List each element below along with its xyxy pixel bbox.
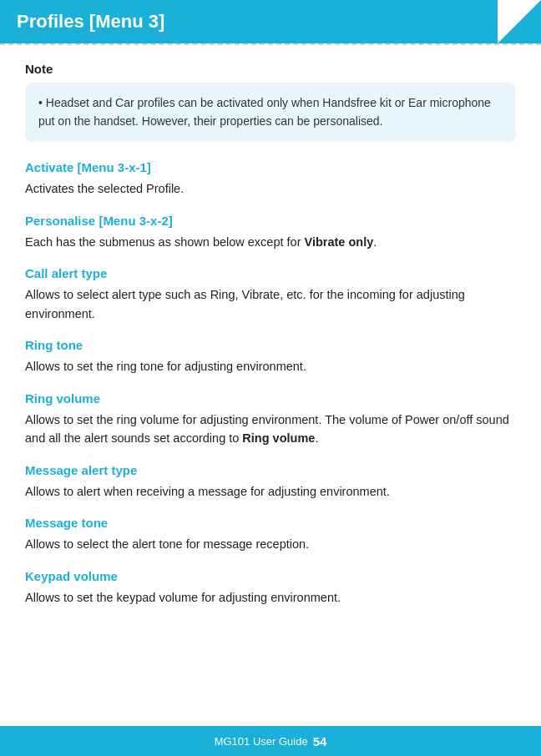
section-body-ring-tone: Allows to set the ring tone for adjustin…: [25, 357, 516, 375]
note-box: • Headset and Car profiles can be activa…: [25, 83, 516, 142]
section-body-call-alert-type: Allows to select alert type such as Ring…: [25, 285, 516, 323]
section-heading-call-alert-type: Call alert type: [25, 266, 516, 280]
note-label: Note: [25, 62, 516, 76]
section-body-message-tone: Allows to select the alert tone for mess…: [25, 535, 516, 553]
section-heading-message-tone: Message tone: [25, 516, 516, 530]
section-heading-message-alert-type: Message alert type: [25, 463, 516, 477]
section-heading-keypad-volume: Keypad volume: [25, 569, 516, 583]
section-body-personalise: Each has the submenus as shown below exc…: [25, 233, 516, 251]
top-bar-corner-decoration: [498, 0, 541, 43]
section-heading-ring-tone: Ring tone: [25, 338, 516, 352]
section-heading-personalise: Personalise [Menu 3-x-2]: [25, 214, 516, 228]
section-heading-ring-volume: Ring volume: [25, 391, 516, 406]
footer-page: 54: [313, 734, 327, 748]
section-body-activate: Activates the selected Profile.: [25, 179, 516, 198]
footer-label: MG101 User Guide: [215, 735, 308, 748]
personalise-text-before: Each has the submenus as shown below exc…: [25, 235, 305, 249]
section-body-message-alert-type: Allows to alert when receiving a message…: [25, 482, 516, 501]
note-text: • Headset and Car profiles can be activa…: [38, 96, 491, 128]
ring-volume-text-after: .: [315, 431, 318, 445]
page-title: Profiles [Menu 3]: [17, 11, 164, 33]
section-body-ring-volume: Allows to set the ring volume for adjust…: [25, 411, 516, 448]
ring-volume-bold: Ring volume: [242, 431, 315, 445]
top-bar: Profiles [Menu 3]: [0, 0, 541, 43]
personalise-text-after: .: [373, 235, 377, 249]
section-body-keypad-volume: Allows to set the keypad volume for adju…: [25, 588, 516, 607]
footer-bar: MG101 User Guide 54: [0, 726, 541, 756]
section-heading-activate: Activate [Menu 3-x-1]: [25, 160, 516, 174]
personalise-bold: Vibrate only: [305, 235, 374, 249]
main-content: Note • Headset and Car profiles can be a…: [0, 45, 541, 678]
